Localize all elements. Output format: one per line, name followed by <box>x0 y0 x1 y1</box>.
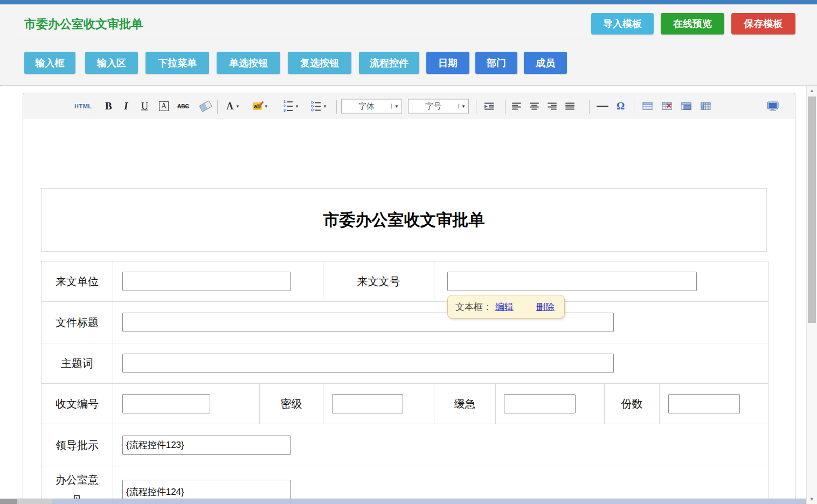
add-flow-control-button[interactable]: 流程控件 <box>359 52 419 74</box>
align-right-button[interactable] <box>548 103 557 110</box>
align-center-button[interactable] <box>530 103 539 110</box>
online-preview-button[interactable]: 在线预览 <box>661 13 724 34</box>
field-label-urgency: 缓急 <box>434 384 496 424</box>
boxed-a-icon: A <box>159 101 169 111</box>
input-subject[interactable] <box>122 354 614 373</box>
html-source-icon: HTML <box>74 103 92 109</box>
chevron-down-icon: ▼ <box>391 104 401 109</box>
toolbar-separator <box>217 100 218 114</box>
special-char-button[interactable]: Ω <box>617 100 625 112</box>
delete-table-button[interactable] <box>662 102 672 111</box>
save-template-button[interactable]: 保存模板 <box>731 13 795 34</box>
chevron-down-icon: ▼ <box>264 104 268 109</box>
editor-toolbar: HTML B I U A ABC A▼ ab▼ 1 2 3 ▼ ▼ 字体▼ 字号… <box>23 93 795 120</box>
underline-button[interactable]: U <box>141 101 148 112</box>
field-label-doc-title: 文件标题 <box>41 302 113 343</box>
indent-button[interactable] <box>484 103 494 110</box>
indent-icon <box>484 103 494 110</box>
field-label-subject: 主题词 <box>41 343 113 384</box>
add-radio-button[interactable]: 单选按钮 <box>217 52 280 74</box>
input-doc-number[interactable] <box>447 272 697 291</box>
table-row: 领导批示 <box>41 424 768 466</box>
strikethrough-button[interactable]: ABC <box>177 103 189 109</box>
align-center-icon <box>530 103 539 110</box>
bold-button[interactable]: B <box>105 100 112 112</box>
align-justify-button[interactable] <box>565 103 574 110</box>
tooltip-label: 文本框： <box>455 301 492 313</box>
scrollbar-thumb[interactable] <box>808 96 816 323</box>
field-label-leader-note: 领导批示 <box>41 424 113 466</box>
font-size-value: 字号 <box>408 100 458 113</box>
table-row: 主题词 <box>41 343 768 384</box>
font-size-select[interactable]: 字号▼ <box>408 99 469 114</box>
table-cell-icon <box>681 102 691 111</box>
align-right-icon <box>548 103 557 110</box>
add-checkbox-button[interactable]: 复选按钮 <box>288 52 351 74</box>
toolbar-separator <box>94 100 94 114</box>
add-date-button[interactable]: 日期 <box>426 52 469 74</box>
ordered-list-button[interactable]: 1 2 3 ▼ <box>282 100 299 112</box>
chevron-down-icon: ▼ <box>323 104 327 109</box>
horizontal-rule-icon <box>597 106 608 107</box>
add-member-button[interactable]: 成员 <box>524 52 567 74</box>
editor-canvas[interactable]: 市委办公室收文审批单 来文单位 来文文号 文件标题 主题词 收文编 <box>23 119 795 504</box>
font-family-select[interactable]: 字体▼ <box>341 99 402 114</box>
app-window: 市委办公室收文审批单 导入模板 在线预览 保存模板 输入框 输入区 下拉菜单 单… <box>0 0 817 504</box>
highlight-color-button[interactable]: ab▼ <box>253 102 268 110</box>
tooltip-edit-link[interactable]: 编辑 <box>495 301 514 313</box>
fullscreen-button[interactable] <box>767 101 779 111</box>
input-copies[interactable] <box>668 394 740 413</box>
italic-button[interactable]: I <box>124 100 128 112</box>
ordered-list-icon: 1 2 3 <box>282 100 293 112</box>
document-title: 市委办公室收文审批单 <box>323 209 485 231</box>
input-receipt-no[interactable] <box>122 394 210 413</box>
source-code-button[interactable]: HTML <box>74 103 92 109</box>
input-leader-note[interactable] <box>122 436 291 455</box>
font-color-button[interactable]: A▼ <box>226 101 240 112</box>
scrollbar-down-arrow[interactable]: ▼ <box>807 495 817 504</box>
field-label-security: 密级 <box>260 384 323 424</box>
document-title-box[interactable]: 市委办公室收文审批单 <box>41 188 767 252</box>
table-delete-icon <box>662 102 672 111</box>
insert-table-button[interactable] <box>642 102 653 111</box>
vertical-scrollbar[interactable]: ▲ ▼ <box>806 86 817 504</box>
monitor-icon <box>767 101 779 111</box>
add-department-button[interactable]: 部门 <box>475 52 517 74</box>
import-template-button[interactable]: 导入模板 <box>591 13 654 34</box>
scrollbar-up-arrow[interactable]: ▲ <box>807 86 817 95</box>
header-divider <box>16 38 803 38</box>
text-style-button[interactable]: A <box>159 101 169 111</box>
cell-properties-button[interactable] <box>681 102 691 111</box>
chevron-down-icon: ▼ <box>295 104 299 109</box>
unordered-list-button[interactable]: ▼ <box>311 101 327 112</box>
table-row: 收文编号 密级 缓急 份数 <box>41 384 768 424</box>
add-textarea-button[interactable]: 输入区 <box>85 52 138 74</box>
strikethrough-icon: ABC <box>177 103 189 109</box>
top-accent-strip <box>0 0 817 4</box>
add-dropdown-button[interactable]: 下拉菜单 <box>146 52 209 74</box>
table-row: 来文单位 来文文号 <box>41 261 768 302</box>
input-source-unit[interactable] <box>122 272 291 291</box>
tooltip-delete-link[interactable]: 删除 <box>536 301 555 313</box>
remove-format-button[interactable] <box>200 103 211 110</box>
italic-icon: I <box>124 100 128 112</box>
horizontal-rule-button[interactable] <box>597 106 608 107</box>
page-title: 市委办公室收文审批单 <box>24 16 143 32</box>
omega-icon: Ω <box>617 100 625 112</box>
field-label-source-unit: 来文单位 <box>41 261 113 302</box>
input-urgency[interactable] <box>504 394 576 413</box>
bottom-edge-segment <box>0 499 17 504</box>
toolbar-separator <box>336 100 337 114</box>
table-grid-button[interactable] <box>701 102 711 111</box>
input-security[interactable] <box>332 394 403 413</box>
table-grid-icon <box>701 102 711 111</box>
align-left-button[interactable] <box>512 103 521 110</box>
table-icon <box>642 102 653 111</box>
field-label-receipt-no: 收文编号 <box>41 384 113 424</box>
toolbar-separator <box>505 100 506 114</box>
approval-form-table: 来文单位 来文文号 文件标题 主题词 收文编号 密级 缓急 份数 <box>41 261 768 504</box>
eraser-icon <box>199 100 212 112</box>
bottom-edge-segment <box>17 499 52 504</box>
add-input-box-button[interactable]: 输入框 <box>24 52 75 74</box>
bold-icon: B <box>105 100 112 112</box>
